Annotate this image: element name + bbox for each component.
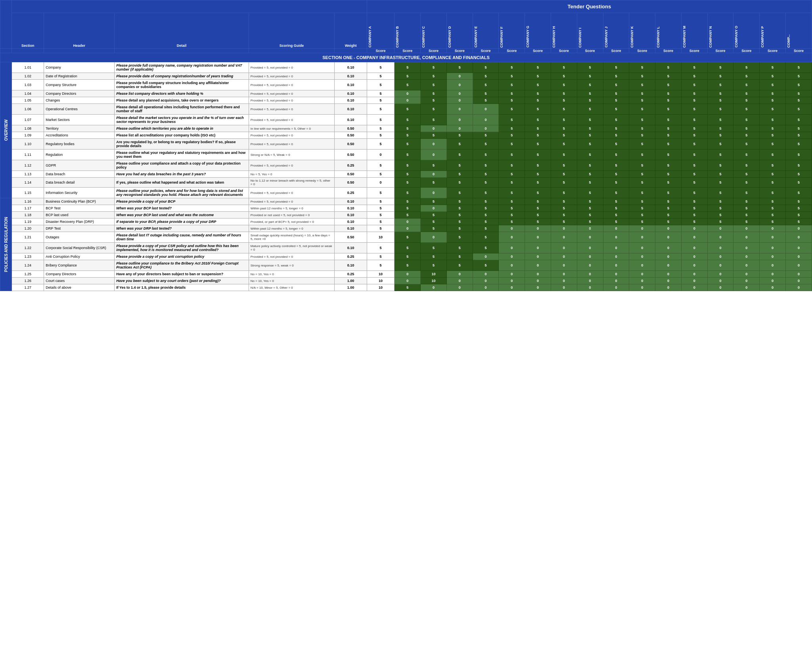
score-cell: 5 <box>760 115 786 125</box>
row-detail: Please outline your policies, where and … <box>115 188 249 198</box>
score-cell: 5 <box>499 73 525 80</box>
score-cell: 5 <box>446 132 473 139</box>
score-cell: 5 <box>577 80 603 90</box>
score-cell: 5 <box>629 150 655 160</box>
score-cell: 5 <box>760 125 786 132</box>
score-cell: 5 <box>499 115 525 125</box>
row-weight: 0.10 <box>335 212 367 219</box>
score-cell: 5 <box>733 205 760 212</box>
score-cell: 0 <box>525 225 551 232</box>
score-cell: 0 <box>681 278 707 284</box>
score-cell: 5 <box>707 125 733 132</box>
score-cell: 5 <box>629 97 655 104</box>
score-cell: 5 <box>499 139 525 150</box>
score-cell: 5 <box>551 115 577 125</box>
score-cell: 5 <box>603 198 629 205</box>
score-cell: 0 <box>473 253 499 260</box>
score-cell: 5 <box>707 150 733 160</box>
score-cell: 5 <box>473 243 499 253</box>
score-cell: 5 <box>551 132 577 139</box>
row-header: Market Sectors <box>44 115 115 125</box>
row-header: Details of above <box>44 284 115 291</box>
row-weight: 0.25 <box>335 160 367 171</box>
score-cell: 5 <box>551 104 577 115</box>
company-a-header: COMPANY A <box>367 13 395 49</box>
score-cell: 5 <box>707 90 733 97</box>
score-cell: 5 <box>681 125 707 132</box>
row-scoring: Provided = 5, not provided = 0 <box>249 104 335 115</box>
score-cell: 0 <box>785 253 812 260</box>
row-weight: 0.10 <box>335 73 367 80</box>
score-cell: 5 <box>785 188 812 198</box>
score-cell: 5 <box>395 125 421 132</box>
score-cell: 5 <box>707 205 733 212</box>
score-cell: 5 <box>499 97 525 104</box>
score-cell: 0 <box>785 284 812 291</box>
row-scoring: Provided = 5, not provided = 0 <box>249 253 335 260</box>
score-cell: 5 <box>655 178 682 188</box>
score-cell: 5 <box>733 178 760 188</box>
score-cell: 5 <box>525 73 551 80</box>
score-cell: 5 <box>733 160 760 171</box>
row-scoring: Provided = 5, not provided = 0 <box>249 90 335 97</box>
row-scoring: Provided = 5, not provided = 0 <box>249 188 335 198</box>
table-row: OVERVIEW1.01CompanyPlease provide full c… <box>0 62 812 73</box>
score-cell: 5 <box>446 225 473 232</box>
score-cell: 5 <box>629 198 655 205</box>
score-cell: 0 <box>655 278 682 284</box>
score-cell: 0 <box>629 278 655 284</box>
row-number: 1.18 <box>12 212 44 219</box>
score-cell: 5 <box>603 62 629 73</box>
row-header: Territory <box>44 125 115 132</box>
score-cell: 5 <box>551 125 577 132</box>
row-header: Regulation <box>44 150 115 160</box>
row-scoring: Small outage quickly resolved (hours) = … <box>249 232 335 243</box>
score-cell: 5 <box>760 188 786 198</box>
score-cell: 0 <box>473 125 499 132</box>
score-cell: 5 <box>733 212 760 219</box>
row-weight: 0.50 <box>335 178 367 188</box>
score-cell: 0 <box>655 225 682 232</box>
score-cell: 0 <box>785 243 812 253</box>
score-cell: 0 <box>577 260 603 271</box>
score-cell: 5 <box>421 90 447 97</box>
row-detail: Please provide date of company registrat… <box>115 73 249 80</box>
score-cell: 5 <box>629 178 655 188</box>
score-cell: 5 <box>760 97 786 104</box>
row-scoring: Provided = 5, not provided = 0 <box>249 73 335 80</box>
score-cell: 5 <box>655 132 682 139</box>
table-row: 1.08TerritoryPlease outline which territ… <box>0 125 812 132</box>
score-cell: 5 <box>551 178 577 188</box>
score-cell: 5 <box>551 219 577 225</box>
score-cell: 5 <box>395 205 421 212</box>
score-cell: 5 <box>499 80 525 90</box>
score-cell: 5 <box>525 115 551 125</box>
score-cell: 5 <box>785 80 812 90</box>
row-detail: Have you had any data breaches in the pa… <box>115 171 249 178</box>
score-cell: 0 <box>681 232 707 243</box>
score-cell: 0 <box>603 271 629 278</box>
score-cell: 5 <box>681 97 707 104</box>
score-cell: 5 <box>525 90 551 97</box>
row-detail: Have you been subject to any court order… <box>115 278 249 284</box>
row-scoring: No to 1.12 or minor breach with strong r… <box>249 178 335 188</box>
score-cell: 5 <box>785 212 812 219</box>
row-detail: Please detail any planned acquisions, ta… <box>115 97 249 104</box>
score-cell: 5 <box>499 160 525 171</box>
company-k-header: COMPANY K <box>629 13 655 49</box>
score-cell: 0 <box>367 150 395 160</box>
row-scoring: Mature policy actively controlled = 5, n… <box>249 243 335 253</box>
score-cell: 5 <box>367 171 395 178</box>
score-cell: 5 <box>421 219 447 225</box>
score-cell: 5 <box>733 104 760 115</box>
score-cell: 0 <box>760 260 786 271</box>
score-cell: 0 <box>421 232 447 243</box>
score-cell: 5 <box>551 150 577 160</box>
table-row: 1.09AccreditationsPlease list all accred… <box>0 132 812 139</box>
company-c-header: COMPANY C <box>421 13 447 49</box>
section-header-row: SECTION ONE - COMPANY INFRASTRUCTURE, CO… <box>0 53 812 62</box>
score-cell: 5 <box>707 219 733 225</box>
score-cell: 0 <box>525 253 551 260</box>
score-cell: 5 <box>603 150 629 160</box>
score-cell: 5 <box>551 97 577 104</box>
